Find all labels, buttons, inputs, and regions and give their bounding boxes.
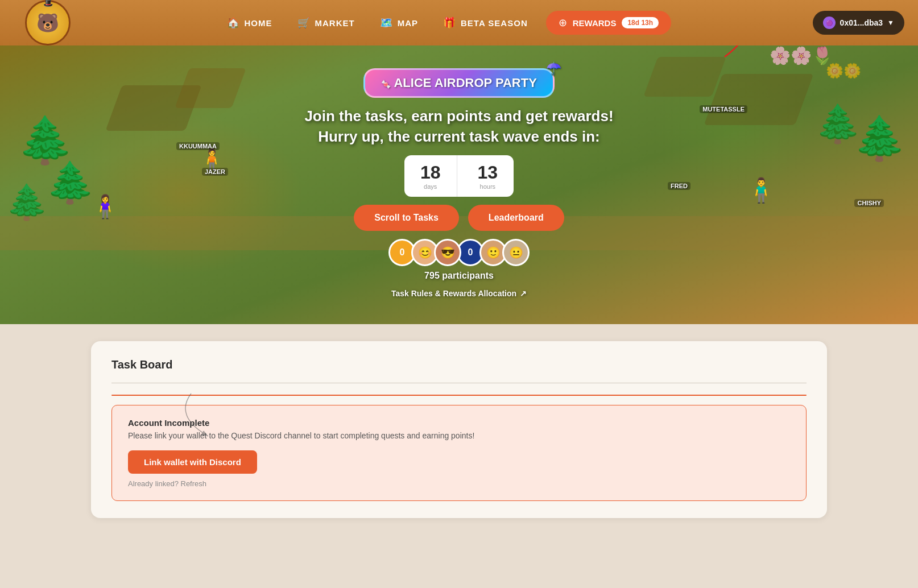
- player-name-chishy: CHISHY: [854, 199, 884, 207]
- nav-beta-season[interactable]: 🎁 BETA SEASON: [431, 12, 540, 34]
- logo-circle: 🐻 🎩: [25, 0, 71, 45]
- leaderboard-button[interactable]: Leaderboard: [468, 205, 564, 231]
- beta-icon: 🎁: [443, 16, 456, 29]
- player-name-jazer: JAZER: [202, 168, 228, 176]
- wallet-dot: 🟣: [823, 16, 836, 29]
- nav-links: 🏠 HOME 🛒 MARKET 🗺️ MAP 🎁 BETA SEASON ⊕ R…: [82, 11, 804, 35]
- task-board-title: Task Board: [111, 358, 807, 371]
- map-icon: 🗺️: [380, 16, 393, 29]
- external-link-icon: ↗: [520, 289, 527, 298]
- avatar-2: 😎: [434, 239, 461, 266]
- days-number: 18: [420, 162, 441, 183]
- participants-count: 795 participants: [424, 271, 494, 281]
- account-incomplete-card: Account Incomplete Please link your wall…: [111, 405, 807, 501]
- chevron-down-icon: ▼: [887, 19, 894, 27]
- nav-market[interactable]: 🛒 MARKET: [285, 12, 367, 34]
- rewards-button[interactable]: ⊕ REWARDS 18d 13h: [546, 11, 671, 35]
- link-discord-button[interactable]: Link wallet with Discord: [128, 450, 257, 474]
- market-icon: 🛒: [297, 16, 311, 29]
- hours-label: hours: [480, 183, 496, 190]
- hours-number: 13: [478, 162, 498, 183]
- already-linked-link[interactable]: Already linked? Refresh: [128, 479, 790, 488]
- rewards-icon: ⊕: [559, 16, 567, 29]
- hero-content: 🍬 ALICE AIRDROP PARTY ☂️ Join the tasks,…: [231, 45, 687, 298]
- task-rules-link[interactable]: Task Rules & Rewards Allocation ↗: [391, 289, 527, 298]
- red-divider: [111, 395, 807, 396]
- avatar-4: 😐: [502, 239, 530, 266]
- bottom-section: Task Board Account Incomplete Please lin…: [0, 324, 918, 588]
- hero-buttons: Scroll to Tasks Leaderboard: [354, 205, 564, 231]
- logo[interactable]: 🐻 🎩: [14, 3, 82, 43]
- countdown-timer: 18 days 13 hours: [404, 155, 514, 197]
- wallet-button[interactable]: 🟣 0x01...dba3 ▼: [813, 11, 904, 35]
- account-incomplete-wrapper: Account Incomplete Please link your wall…: [111, 405, 807, 501]
- player-name-kkuummaa: KKUUMMAA: [176, 142, 220, 150]
- nav-home[interactable]: 🏠 HOME: [214, 12, 285, 34]
- task-board: Task Board Account Incomplete Please lin…: [91, 341, 827, 518]
- hero-section: 🌲 🌲 🌲 🌲 🌲 🌸🌸🌷 🌼🌼 🧍 🧍‍♀️ 🧍‍♂️ KKUUMMAA MU…: [0, 0, 918, 324]
- avatar-row: 0 😊 😎 0 🙂 😐: [388, 239, 530, 266]
- account-incomplete-title: Account Incomplete: [128, 418, 790, 428]
- hours-box: 13 hours: [462, 155, 514, 197]
- hero-title: Join the tasks, earn points and get rewa…: [304, 106, 613, 147]
- scroll-to-tasks-button[interactable]: Scroll to Tasks: [354, 205, 459, 231]
- nav-map[interactable]: 🗺️ MAP: [367, 12, 431, 34]
- days-box: 18 days: [404, 155, 457, 197]
- task-board-divider: [111, 383, 807, 383]
- participants-row: 0 😊 😎 0 🙂 😐 795 participants: [388, 239, 530, 281]
- days-label: days: [424, 183, 437, 190]
- navbar: 🐻 🎩 🏠 HOME 🛒 MARKET 🗺️ MAP 🎁 BETA SEASON…: [0, 0, 918, 45]
- airdrop-badge: 🍬 ALICE AIRDROP PARTY ☂️: [363, 68, 555, 98]
- rewards-timer: 18d 13h: [622, 17, 659, 28]
- player-name-mutetassle: MUTETASSLE: [700, 105, 747, 113]
- account-incomplete-desc: Please link your wallet to the Quest Dis…: [128, 431, 790, 440]
- home-icon: 🏠: [227, 16, 240, 29]
